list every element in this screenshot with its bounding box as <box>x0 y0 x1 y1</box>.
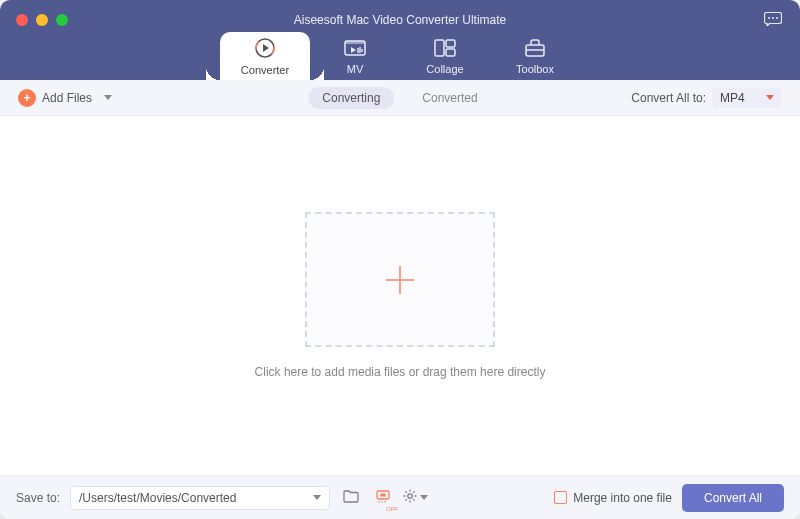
svg-point-3 <box>776 17 778 19</box>
gpu-accel-button[interactable]: OFF <box>372 487 394 509</box>
collage-icon <box>434 38 456 60</box>
tab-label: Toolbox <box>516 63 554 75</box>
svg-marker-10 <box>351 47 356 53</box>
mv-icon <box>344 38 366 60</box>
gear-icon <box>402 488 418 507</box>
dropzone[interactable] <box>305 212 495 347</box>
app-title: Aiseesoft Mac Video Converter Ultimate <box>0 13 800 27</box>
svg-point-23 <box>408 494 412 498</box>
toolbox-icon <box>524 38 546 60</box>
tab-label: MV <box>347 63 364 75</box>
tab-converting[interactable]: Converting <box>308 87 394 109</box>
footer: Save to: /Users/test/Movies/Converted OF… <box>0 475 800 519</box>
convert-all-button[interactable]: Convert All <box>682 484 784 512</box>
gpu-status: OFF <box>386 506 398 512</box>
subbar: + Add Files Converting Converted Convert… <box>0 80 800 116</box>
add-files-button[interactable]: + Add Files <box>18 89 112 107</box>
dropzone-hint: Click here to add media files or drag th… <box>255 365 546 379</box>
main-tabs: Converter MV Collage Toolbox <box>220 32 580 80</box>
dropzone-area: Click here to add media files or drag th… <box>0 116 800 475</box>
checkbox-icon <box>554 491 567 504</box>
tab-label: Converter <box>241 64 289 76</box>
add-files-label: Add Files <box>42 91 92 105</box>
titlebar: Aiseesoft Mac Video Converter Ultimate C… <box>0 0 800 80</box>
chevron-down-icon <box>420 495 428 500</box>
open-folder-button[interactable] <box>340 487 362 509</box>
add-icon <box>380 260 420 300</box>
save-to-label: Save to: <box>16 491 60 505</box>
svg-rect-13 <box>446 49 455 56</box>
tab-collage[interactable]: Collage <box>400 32 490 80</box>
plus-icon: + <box>18 89 36 107</box>
folder-icon <box>343 489 359 506</box>
svg-marker-5 <box>263 44 269 52</box>
merge-checkbox[interactable]: Merge into one file <box>554 491 672 505</box>
svg-rect-9 <box>345 41 365 44</box>
chevron-down-icon <box>313 495 321 500</box>
save-path-select[interactable]: /Users/test/Movies/Converted <box>70 486 330 510</box>
svg-rect-12 <box>446 40 455 47</box>
save-path-value: /Users/test/Movies/Converted <box>79 491 236 505</box>
convert-all-to: Convert All to: MP4 <box>631 88 782 108</box>
svg-rect-19 <box>381 494 386 497</box>
tab-converter[interactable]: Converter <box>220 32 310 80</box>
chevron-down-icon <box>104 95 112 100</box>
chat-icon[interactable] <box>764 12 782 29</box>
format-select[interactable]: MP4 <box>712 88 782 108</box>
status-toggle: Converting Converted <box>308 87 491 109</box>
format-value: MP4 <box>720 91 745 105</box>
chevron-down-icon <box>766 95 774 100</box>
tab-converted[interactable]: Converted <box>408 87 491 109</box>
svg-rect-11 <box>435 40 444 56</box>
tab-label: Collage <box>426 63 463 75</box>
tab-toolbox[interactable]: Toolbox <box>490 32 580 80</box>
gpu-icon <box>375 489 391 506</box>
svg-point-2 <box>772 17 774 19</box>
settings-button[interactable] <box>404 487 426 509</box>
app-window: Aiseesoft Mac Video Converter Ultimate C… <box>0 0 800 519</box>
convert-all-to-label: Convert All to: <box>631 91 706 105</box>
convert-icon <box>254 37 276 61</box>
merge-label: Merge into one file <box>573 491 672 505</box>
svg-point-1 <box>768 17 770 19</box>
